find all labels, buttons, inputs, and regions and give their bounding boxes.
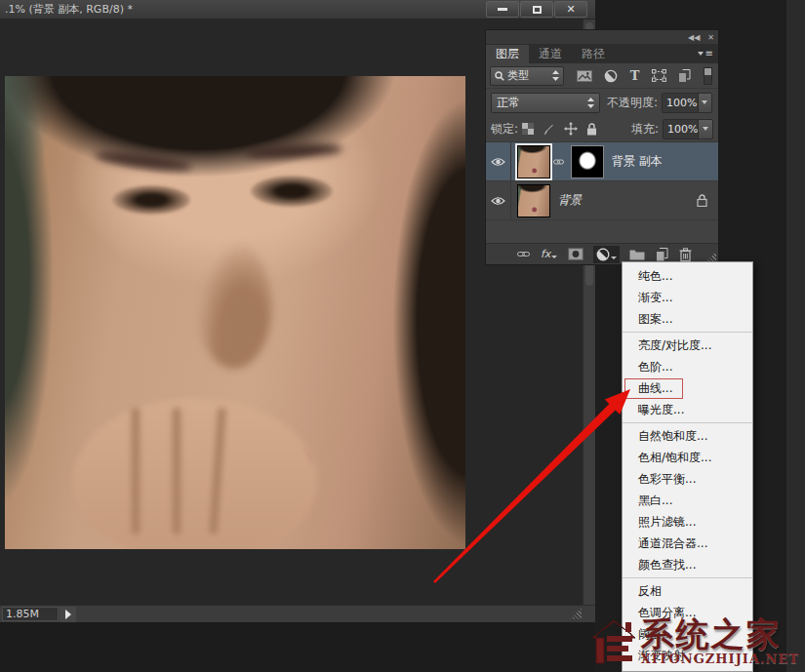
type-layer-filter-icon[interactable]: T (630, 68, 640, 83)
new-group-button[interactable] (629, 249, 645, 260)
lock-pixels-brush-icon[interactable] (543, 123, 555, 136)
menu-item-photo-filter[interactable]: 照片滤镜... (623, 511, 752, 533)
up-down-arrows-icon (552, 70, 559, 81)
adjustment-layer-filter-icon[interactable] (604, 69, 618, 83)
panel-dock-edge (786, 0, 805, 672)
fill-label: 填充: (631, 121, 659, 138)
blend-mode-select[interactable]: 正常 (491, 93, 600, 113)
filter-kind-select[interactable]: 类型 (490, 66, 564, 86)
lock-transparency-icon[interactable] (522, 123, 534, 135)
document-title: .1% (背景 副本, RGB/8) * (5, 3, 133, 16)
photo-nose (196, 242, 272, 369)
layer-thumbnail-image (518, 146, 549, 178)
menu-item-black-white[interactable]: 黑白... (623, 490, 752, 511)
chevron-down-icon (551, 256, 557, 258)
opacity-value[interactable]: 100% (663, 94, 697, 112)
layer-thumbnail[interactable] (517, 184, 550, 217)
layer-mask-thumbnail[interactable] (571, 145, 604, 178)
smart-object-filter-icon[interactable] (678, 69, 691, 83)
layer-row-background[interactable]: 背景 (486, 181, 718, 220)
menu-item-channel-mixer[interactable]: 通道混合器... (623, 533, 752, 554)
shape-layer-filter-icon[interactable] (652, 69, 666, 82)
layer-row-background-copy[interactable]: 背景 副本 (486, 142, 718, 181)
opacity-label: 不透明度: (607, 95, 658, 111)
house-logo-icon (590, 618, 637, 665)
fill-field[interactable]: 100% (663, 119, 713, 139)
collapse-panel-icon[interactable]: ◀◀ (688, 31, 700, 44)
menu-item-brightness-contrast[interactable]: 亮度/对比度... (623, 335, 752, 356)
eye-icon (491, 196, 505, 206)
opacity-dropdown-button[interactable] (698, 94, 712, 112)
filter-toggle-switch[interactable] (704, 67, 712, 85)
link-layers-button[interactable] (517, 250, 530, 258)
tab-paths[interactable]: 路径 (572, 45, 615, 63)
photo-finger (132, 408, 140, 534)
minimize-button[interactable] (486, 1, 519, 18)
menu-item-solid-color[interactable]: 纯色... (623, 265, 752, 287)
layer-filter-row: 类型 T (486, 63, 718, 89)
close-panel-icon[interactable]: ✕ (707, 31, 714, 44)
menu-bars-icon: ≡ (705, 49, 713, 59)
chevron-down-icon (698, 52, 704, 56)
layers-panel: ◀◀ ✕ 图层 通道 路径 ≡ 类型 T 正常 不透明 (485, 29, 719, 265)
adjustment-layer-menu: 纯色... 渐变... 图案... 亮度/对比度... 色阶... 曲线... … (622, 261, 753, 672)
panel-menu-button[interactable]: ≡ (698, 49, 713, 59)
document-titlebar[interactable]: .1% (背景 副本, RGB/8) * ✕ (0, 0, 595, 20)
photo-hand (73, 398, 317, 549)
tab-channels[interactable]: 通道 (529, 45, 572, 63)
lock-all-icon[interactable] (586, 123, 597, 136)
minimize-icon (498, 8, 507, 11)
photo-left-eye (112, 185, 190, 215)
arrow-right-icon (65, 610, 71, 619)
canvas-image[interactable] (5, 76, 465, 549)
fill-dropdown-button[interactable] (698, 120, 712, 138)
menu-item-levels[interactable]: 色阶... (623, 356, 752, 377)
delete-layer-button[interactable] (679, 248, 692, 261)
document-size-field[interactable]: 1.85M (2, 607, 59, 621)
adjustment-half-circle-icon (596, 248, 610, 261)
opacity-field[interactable]: 100% (662, 93, 712, 113)
menu-item-gradient[interactable]: 渐变... (623, 287, 752, 308)
panel-chrome-bar[interactable]: ◀◀ ✕ (486, 30, 718, 45)
menu-item-pattern[interactable]: 图案... (623, 308, 752, 330)
layer-thumbnail[interactable] (517, 145, 550, 178)
site-watermark: 系统之家 XITONGZHIJIA.NET (590, 617, 799, 666)
status-options-button[interactable] (60, 607, 76, 622)
fill-value[interactable]: 100% (664, 120, 698, 138)
mask-link-icon[interactable] (553, 158, 564, 166)
up-down-arrows-icon (587, 98, 594, 108)
resize-grip-icon[interactable] (570, 608, 582, 619)
visibility-toggle[interactable] (486, 142, 511, 180)
menu-divider (623, 422, 752, 423)
new-layer-button[interactable] (656, 248, 668, 261)
visibility-toggle[interactable] (486, 181, 511, 219)
trash-icon (679, 248, 692, 261)
menu-item-exposure[interactable]: 曝光度... (623, 399, 752, 420)
window-controls: ✕ (485, 1, 587, 18)
layer-name[interactable]: 背景 副本 (612, 153, 663, 170)
filter-type-icons: T (564, 68, 704, 83)
layer-name[interactable]: 背景 (558, 192, 582, 209)
photo-right-brow (245, 141, 343, 160)
blend-mode-row: 正常 不透明度: 100% (486, 89, 718, 116)
menu-item-curves[interactable]: 曲线... (623, 377, 752, 399)
lock-position-icon[interactable] (564, 122, 578, 136)
lock-label: 锁定: (491, 121, 518, 138)
menu-item-color-lookup[interactable]: 颜色查找... (623, 554, 752, 575)
photo-right-eye (251, 176, 333, 207)
pixel-layer-filter-icon[interactable] (577, 70, 592, 82)
panel-tab-strip: 图层 通道 路径 ≡ (486, 45, 718, 63)
close-button[interactable]: ✕ (554, 1, 587, 18)
watermark-site-url: XITONGZHIJIA.NET (641, 652, 799, 666)
menu-item-invert[interactable]: 反相 (623, 580, 752, 602)
layer-styles-button[interactable]: fx (541, 248, 557, 260)
add-layer-mask-button[interactable] (568, 248, 584, 260)
new-adjustment-layer-button[interactable] (593, 246, 620, 263)
menu-item-color-balance[interactable]: 色彩平衡... (623, 468, 752, 490)
chevron-down-icon (702, 100, 707, 104)
menu-item-vibrance[interactable]: 自然饱和度... (623, 425, 752, 447)
maximize-button[interactable] (520, 1, 553, 18)
menu-item-hue-saturation[interactable]: 色相/饱和度... (623, 447, 752, 468)
fx-icon: fx (541, 248, 550, 260)
tab-layers[interactable]: 图层 (486, 45, 529, 63)
